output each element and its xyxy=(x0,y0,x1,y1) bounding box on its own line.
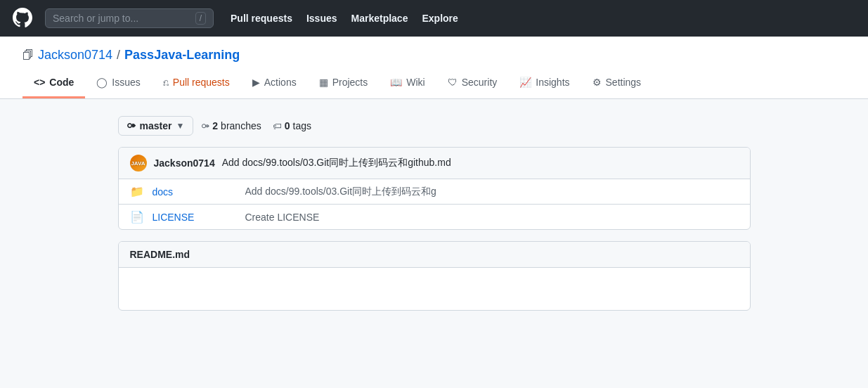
tab-insights-label: Insights xyxy=(536,77,569,88)
tab-settings-label: Settings xyxy=(606,77,642,88)
repo-tabs: <> Code ◯ Issues ⎌ Pull requests ▶ Actio… xyxy=(22,71,846,98)
pullrequest-icon: ⎌ xyxy=(163,77,169,88)
tab-wiki[interactable]: 📖 Wiki xyxy=(379,71,436,98)
branches-label: branches xyxy=(221,120,261,131)
tags-label: tags xyxy=(293,120,311,131)
file-table: JAVA Jackson0714 Add docs/99.tools/03.Gi… xyxy=(118,147,751,230)
security-icon: 🛡 xyxy=(448,77,458,88)
commit-row: JAVA Jackson0714 Add docs/99.tools/03.Gi… xyxy=(119,148,750,179)
branches-count: 2 xyxy=(212,120,218,131)
branch-bar: ⚩ master ▼ ⚩ 2 branches 🏷 0 tags xyxy=(118,116,751,136)
tab-insights[interactable]: 📈 Insights xyxy=(508,71,581,98)
insights-icon: 📈 xyxy=(519,77,531,88)
readme-box: README.md xyxy=(118,241,751,311)
branch-tag-links: ⚩ 2 branches 🏷 0 tags xyxy=(202,120,311,131)
readme-header: README.md xyxy=(119,242,750,268)
readme-body xyxy=(119,268,750,310)
file-commit-msg-license: Create LICENSE xyxy=(245,212,739,223)
content-area: ⚩ master ▼ ⚩ 2 branches 🏷 0 tags xyxy=(118,116,751,311)
code-icon: <> xyxy=(34,77,45,88)
tab-projects-label: Projects xyxy=(332,77,368,88)
tags-link[interactable]: 🏷 0 tags xyxy=(273,120,311,131)
tab-wiki-label: Wiki xyxy=(406,77,425,88)
repo-owner[interactable]: Jackson0714 xyxy=(38,48,112,63)
top-nav: Search or jump to... / Pull requests Iss… xyxy=(0,0,868,37)
avatar: JAVA xyxy=(130,155,147,172)
tab-code[interactable]: <> Code xyxy=(22,71,85,98)
projects-icon: ▦ xyxy=(319,77,328,88)
tab-settings[interactable]: ⚙ Settings xyxy=(581,71,653,98)
tab-code-label: Code xyxy=(49,77,74,88)
branch-icon: ⚩ xyxy=(127,120,136,131)
main-content: ⚩ master ▼ ⚩ 2 branches 🏷 0 tags xyxy=(0,99,868,380)
tag-icon: 🏷 xyxy=(273,121,282,131)
tab-issues[interactable]: ◯ Issues xyxy=(85,71,151,98)
tab-actions[interactable]: ▶ Actions xyxy=(241,71,308,98)
search-shortcut: / xyxy=(195,12,206,25)
file-commit-msg-docs: Add docs/99.tools/03.Git同时上传到码云和g xyxy=(245,186,739,198)
tab-security[interactable]: 🛡 Security xyxy=(436,71,509,98)
commit-author[interactable]: Jackson0714 xyxy=(154,157,215,169)
top-nav-links: Pull requests Issues Marketplace Explore xyxy=(231,13,458,24)
tab-pull-requests-label: Pull requests xyxy=(173,77,230,88)
repo-icon: 🗍 xyxy=(22,49,34,62)
search-box[interactable]: Search or jump to... / xyxy=(45,8,214,28)
tab-pull-requests[interactable]: ⎌ Pull requests xyxy=(152,71,241,98)
tab-projects[interactable]: ▦ Projects xyxy=(308,71,380,98)
file-name-docs[interactable]: docs xyxy=(153,186,237,198)
commit-message: Add docs/99.tools/03.Git同时上传到码云和github.m… xyxy=(222,157,451,169)
breadcrumb-separator: / xyxy=(117,48,120,63)
tab-security-label: Security xyxy=(462,77,498,88)
tags-count: 0 xyxy=(285,120,290,131)
pull-requests-nav[interactable]: Pull requests xyxy=(231,13,292,24)
avatar-text: JAVA xyxy=(131,160,145,167)
file-name-license[interactable]: LICENSE xyxy=(153,212,237,223)
search-placeholder: Search or jump to... xyxy=(53,13,138,24)
explore-nav[interactable]: Explore xyxy=(422,13,458,24)
branches-link[interactable]: ⚩ 2 branches xyxy=(202,120,261,131)
repo-header: 🗍 Jackson0714 / PassJava-Learning <> Cod… xyxy=(0,37,868,99)
folder-icon: 📁 xyxy=(130,185,144,198)
issues-nav[interactable]: Issues xyxy=(306,13,337,24)
file-icon: 📄 xyxy=(130,210,144,224)
branch-selector[interactable]: ⚩ master ▼ xyxy=(118,116,194,136)
branch-count-icon: ⚩ xyxy=(202,121,209,131)
tab-actions-label: Actions xyxy=(264,77,297,88)
settings-icon: ⚙ xyxy=(592,77,602,88)
marketplace-nav[interactable]: Marketplace xyxy=(351,13,408,24)
repo-name[interactable]: PassJava-Learning xyxy=(124,48,240,63)
branch-name: master xyxy=(140,120,172,131)
table-row: 📄 LICENSE Create LICENSE xyxy=(119,205,750,229)
github-logo[interactable] xyxy=(11,6,34,31)
actions-icon: ▶ xyxy=(252,77,260,88)
wiki-icon: 📖 xyxy=(390,77,402,88)
tab-issues-label: Issues xyxy=(112,77,140,88)
breadcrumb: 🗍 Jackson0714 / PassJava-Learning xyxy=(22,48,846,63)
branch-chevron-icon: ▼ xyxy=(176,121,184,131)
issues-icon: ◯ xyxy=(96,77,108,88)
readme-title: README.md xyxy=(130,249,190,260)
table-row: 📁 docs Add docs/99.tools/03.Git同时上传到码云和g xyxy=(119,179,750,205)
